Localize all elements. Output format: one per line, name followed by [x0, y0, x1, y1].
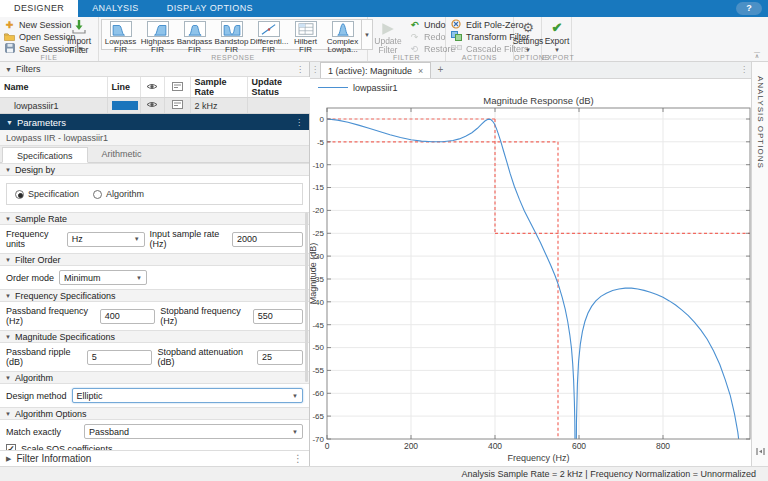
design-method-value: Elliptic — [77, 391, 103, 401]
frequency-units-select[interactable]: Hz ▼ — [67, 232, 145, 247]
panel-handle-icon[interactable]: ⋮ — [310, 62, 320, 78]
gallery-item-highpass[interactable]: HighpassFIR — [139, 20, 176, 49]
tab-arithmetic[interactable]: Arithmetic — [88, 146, 156, 162]
sample-rate-header[interactable]: ▼ Sample Rate — [0, 212, 309, 225]
filter-order-header[interactable]: ▼ Filter Order — [0, 253, 309, 266]
collapse-arrow-icon: ▼ — [5, 66, 12, 73]
svg-text:600: 600 — [572, 441, 586, 451]
visibility-column-eye-icon[interactable] — [140, 77, 164, 98]
radio-algorithm[interactable]: Algorithm — [93, 189, 144, 199]
radio-selected-icon — [15, 190, 24, 199]
collapse-arrow-icon: ▼ — [6, 119, 13, 126]
complex-lowpass-icon — [332, 21, 354, 37]
dock-panel-icon[interactable] — [756, 442, 765, 460]
svg-text:-60: -60 — [312, 389, 324, 398]
collapse-arrow-icon: ▼ — [5, 334, 11, 340]
chevron-down-icon: ▼ — [134, 236, 140, 242]
filters-panel-header[interactable]: ▼ Filters ⋮ — [0, 62, 309, 77]
parameters-panel-header[interactable]: ▼ Parameters ⋮ — [0, 114, 309, 130]
kebab-menu-icon[interactable]: ⋮ — [296, 65, 304, 74]
collapse-arrow-icon: ▼ — [5, 257, 11, 263]
plot-tab-magnitude[interactable]: 1 (active): Magnitude × — [320, 62, 431, 78]
collapse-arrow-icon: ▼ — [5, 411, 11, 417]
order-mode-select[interactable]: Minimum ▼ — [59, 270, 147, 285]
info-column-icon[interactable] — [164, 77, 190, 98]
filter-update-status-cell — [247, 98, 310, 114]
undo-icon: ↶ — [408, 20, 421, 30]
filter-table-row[interactable]: lowpassiir12 kHz — [0, 98, 310, 114]
restore-icon: ⟲ — [408, 44, 421, 54]
algorithm-header[interactable]: ▼ Algorithm — [0, 371, 309, 384]
column-header-name[interactable]: Name — [0, 77, 107, 98]
radio-specification-label: Specification — [28, 189, 79, 199]
kebab-menu-icon[interactable]: ⋮ — [737, 62, 751, 78]
radio-specification[interactable]: Specification — [15, 189, 79, 199]
column-header-sample-rate[interactable]: Sample Rate — [190, 77, 247, 98]
update-filter-button[interactable]: ▶ Update Filter — [371, 18, 405, 55]
filter-name-cell[interactable]: lowpassiir1 — [0, 98, 107, 114]
stopband-frequency-field[interactable]: 550 — [253, 309, 303, 324]
gallery-item-complex[interactable]: ComplexLowpa... — [324, 20, 361, 49]
tab-analysis[interactable]: ANALYSIS — [78, 0, 153, 17]
kebab-menu-icon[interactable]: ⋮ — [295, 118, 303, 127]
gallery-item-bandpass[interactable]: BandpassFIR — [176, 20, 213, 49]
gallery-item-differenti-[interactable]: Differenti...FIR — [250, 20, 287, 49]
stopband-attenuation-field[interactable]: 25 — [257, 350, 303, 365]
gallery-item-label: FIR — [213, 46, 250, 54]
analysis-options-strip[interactable]: ANALYSIS OPTIONS — [751, 62, 768, 466]
import-filter-button[interactable]: Import Filter — [62, 18, 96, 55]
algorithm-options-title: Algorithm Options — [15, 409, 87, 419]
filter-sample-rate-cell: 2 kHz — [190, 98, 247, 114]
export-button[interactable]: ✔ Export ▼ — [540, 18, 574, 55]
tabstrip-spacer — [267, 0, 736, 17]
export-section-label: EXPORT — [542, 54, 571, 61]
collapse-arrow-icon: ▼ — [5, 167, 11, 173]
match-exactly-select[interactable]: Passband ▼ — [84, 424, 303, 439]
algorithm-title: Algorithm — [15, 373, 53, 383]
status-bar-text: Analysis Sample Rate = 2 kHz | Frequency… — [462, 469, 756, 479]
algorithm-options-header[interactable]: ▼ Algorithm Options — [0, 407, 309, 420]
gallery-item-bandstop[interactable]: BandstopFIR — [213, 20, 250, 49]
design-method-select[interactable]: Elliptic ▼ — [72, 388, 303, 403]
svg-text:-70: -70 — [312, 435, 324, 444]
minimize-ribbon-icon[interactable]: —∧ — [752, 50, 762, 58]
filter-line-cell[interactable] — [107, 98, 140, 114]
svg-text:-50: -50 — [312, 343, 324, 352]
stopband-attenuation-value: 25 — [262, 352, 272, 362]
filter-visibility-cell[interactable] — [140, 98, 164, 114]
svg-text:-65: -65 — [312, 412, 324, 421]
passband-ripple-field[interactable]: 5 — [87, 350, 153, 365]
column-header-line[interactable]: Line — [107, 77, 140, 98]
tab-designer[interactable]: DESIGNER — [0, 0, 78, 17]
frequency-specifications-header[interactable]: ▼ Frequency Specifications — [0, 289, 309, 302]
design-by-header[interactable]: ▼ Design by — [0, 163, 309, 176]
tab-display-options[interactable]: DISPLAY OPTIONS — [153, 0, 267, 17]
check-icon: ✔ — [540, 18, 574, 36]
import-filter-icon — [62, 18, 96, 36]
magnitude-response-chart: 02004006008000-5-10-15-20-25-30-35-40-45… — [310, 96, 751, 466]
close-tab-icon[interactable]: × — [418, 63, 423, 79]
filter-information-header[interactable]: ▶ Filter Information ⋮ — [0, 450, 309, 466]
gallery-item-lowpass[interactable]: LowpassFIR — [102, 20, 139, 49]
tab-specifications[interactable]: Specifications — [2, 147, 88, 163]
order-mode-value: Minimum — [64, 273, 101, 283]
radio-unselected-icon — [93, 190, 102, 199]
line-color-swatch[interactable] — [112, 101, 138, 110]
bandstop-fir-icon — [221, 21, 243, 37]
input-sample-rate-field[interactable]: 2000 — [232, 232, 303, 247]
design-method-label: Design method — [6, 391, 67, 401]
passband-frequency-field[interactable]: 400 — [100, 309, 155, 324]
match-exactly-label: Match exactly — [6, 427, 61, 437]
add-tab-button[interactable]: + — [431, 62, 449, 78]
help-button[interactable]: ? — [736, 2, 762, 15]
filter-order-title: Filter Order — [15, 255, 61, 265]
gallery-item-hilbert-fir[interactable]: Hilbert FIR — [287, 20, 324, 49]
filter-info-cell[interactable] — [164, 98, 190, 114]
frequency-units-label: Frequency units — [6, 229, 62, 249]
kebab-menu-icon[interactable]: ⋮ — [293, 453, 303, 464]
magnitude-specifications-header[interactable]: ▼ Magnitude Specifications — [0, 330, 309, 343]
left-panel-scrollbar[interactable] — [305, 212, 308, 382]
filter-designer-app: DESIGNER ANALYSIS DISPLAY OPTIONS ? ✚ Ne… — [0, 0, 768, 481]
column-header-update-status[interactable]: Update Status — [247, 77, 310, 98]
passband-ripple-value: 5 — [92, 352, 97, 362]
